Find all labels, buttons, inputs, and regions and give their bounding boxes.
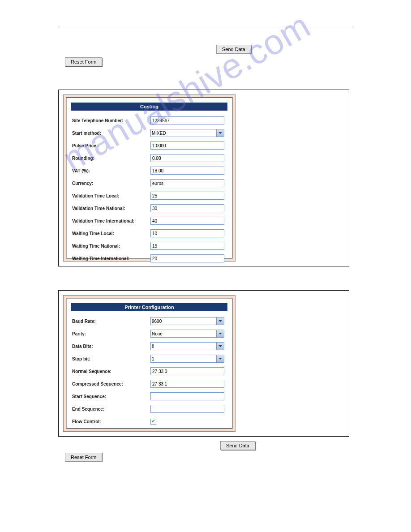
costing-label: Waiting Time Local:: [72, 231, 150, 236]
costing-panel: Costing Site Telephone Number:Start meth…: [63, 94, 235, 262]
costing-input-waiting-time-local[interactable]: [150, 229, 224, 237]
costing-input-pulse-price[interactable]: [150, 142, 224, 150]
costing-label: Waiting Time National:: [72, 244, 150, 249]
costing-select-start-method[interactable]: [150, 129, 224, 137]
costing-label: Start method:: [72, 131, 150, 136]
costing-input-validation-time-national[interactable]: [150, 204, 224, 212]
costing-input-waiting-time-national[interactable]: [150, 242, 224, 250]
printer-row-start-sequence: Start Sequence:: [67, 390, 232, 403]
printer-label: Baud Rate:: [72, 319, 150, 324]
costing-input-rounding[interactable]: [150, 154, 224, 162]
costing-row-vat: VAT (%):: [67, 164, 232, 177]
costing-input-site-telephone-number[interactable]: [150, 116, 224, 124]
costing-container: Costing Site Telephone Number:Start meth…: [58, 90, 349, 266]
costing-row-waiting-time-local: Waiting Time Local:: [67, 227, 232, 240]
costing-row-start-method: Start method:: [67, 127, 232, 139]
costing-row-waiting-time-international: Waiting Time International:: [67, 252, 232, 265]
costing-input-currency[interactable]: [150, 179, 224, 187]
costing-row-waiting-time-national: Waiting Time National:: [67, 240, 232, 252]
costing-label: Validation Time International:: [72, 219, 150, 223]
printer-panel: Printer Configuration Baud Rate:Parity:D…: [63, 295, 235, 432]
costing-label: Validation Time National:: [72, 206, 150, 211]
printer-header: Printer Configuration: [71, 303, 227, 311]
printer-input-start-sequence[interactable]: [150, 392, 224, 400]
printer-row-end-sequence: End Sequence:: [67, 403, 232, 415]
costing-row-rounding: Rounding:: [67, 152, 232, 164]
printer-label: Parity:: [72, 331, 150, 336]
printer-label: End Sequence:: [72, 407, 150, 412]
costing-label: Currency:: [72, 181, 150, 186]
printer-label: Start Sequence:: [72, 394, 150, 399]
printer-container: Printer Configuration Baud Rate:Parity:D…: [58, 290, 349, 437]
printer-row-data-bits: Data Bits:: [67, 340, 232, 352]
costing-input-waiting-time-international[interactable]: [150, 254, 224, 262]
printer-input-compressed-sequence[interactable]: [150, 380, 224, 388]
printer-row-compressed-sequence: Compressed Sequence:: [67, 378, 232, 390]
reset-form-button[interactable]: Reset Form: [65, 453, 102, 462]
send-data-button[interactable]: Send Data: [216, 45, 251, 54]
printer-label: Normal Sequence:: [72, 369, 150, 374]
costing-row-pulse-price: Pulse Price:: [67, 139, 232, 152]
costing-label: VAT (%):: [72, 168, 150, 173]
printer-checkbox-flow-control[interactable]: [150, 419, 156, 425]
printer-label: Data Bits:: [72, 344, 150, 349]
costing-input-validation-time-international[interactable]: [150, 217, 224, 225]
printer-label: Compressed Sequence:: [72, 382, 150, 386]
printer-label: Stop bit:: [72, 356, 150, 361]
costing-header: Costing: [71, 103, 227, 111]
costing-label: Validation Time Local:: [72, 193, 150, 198]
printer-row-flow-control: Flow Control:: [67, 415, 232, 428]
printer-select-parity[interactable]: [150, 330, 224, 338]
printer-select-baud-rate[interactable]: [150, 317, 224, 325]
reset-form-button[interactable]: Reset Form: [65, 57, 102, 66]
printer-input-normal-sequence[interactable]: [150, 367, 224, 375]
printer-row-baud-rate: Baud Rate:: [67, 315, 232, 327]
printer-input-end-sequence[interactable]: [150, 405, 224, 413]
costing-frame: Costing Site Telephone Number:Start meth…: [66, 97, 233, 259]
costing-row-currency: Currency:: [67, 177, 232, 189]
printer-label: Flow Control:: [72, 419, 150, 424]
costing-row-validation-time-local: Validation Time Local:: [67, 189, 232, 202]
costing-input-validation-time-local[interactable]: [150, 192, 224, 200]
costing-input-vat[interactable]: [150, 167, 224, 175]
printer-row-parity: Parity:: [67, 327, 232, 340]
printer-row-stop-bit: Stop bit:: [67, 352, 232, 365]
printer-select-data-bits[interactable]: [150, 342, 224, 350]
costing-row-site-telephone-number: Site Telephone Number:: [67, 114, 232, 127]
printer-frame: Printer Configuration Baud Rate:Parity:D…: [66, 298, 233, 429]
costing-row-validation-time-international: Validation Time International:: [67, 215, 232, 227]
costing-row-validation-time-national: Validation Time National:: [67, 202, 232, 215]
costing-label: Site Telephone Number:: [72, 118, 150, 123]
printer-select-stop-bit[interactable]: [150, 355, 224, 363]
send-data-button[interactable]: Send Data: [220, 441, 255, 450]
costing-label: Pulse Price:: [72, 143, 150, 148]
printer-row-normal-sequence: Normal Sequence:: [67, 365, 232, 378]
costing-label: Waiting Time International:: [72, 256, 150, 261]
costing-label: Rounding:: [72, 156, 150, 161]
page-divider: [60, 28, 351, 28]
